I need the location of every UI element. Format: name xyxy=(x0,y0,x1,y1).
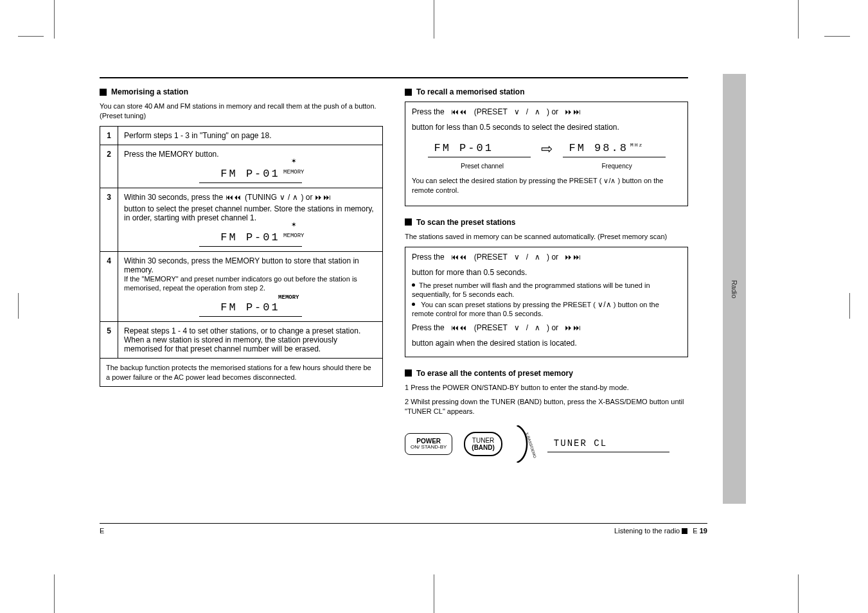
tuner-band-button[interactable]: TUNER (BAND) xyxy=(464,432,502,456)
scan-bullet-2a: You can scan preset stations by pressing… xyxy=(421,301,595,308)
heading-memorising: Memorising a station xyxy=(100,87,383,96)
chevron-up-icon: ∧ xyxy=(606,300,612,309)
tuner-sub: (BAND) xyxy=(472,444,495,451)
crop-mark xyxy=(798,0,799,39)
step-text-c: ) or xyxy=(301,193,312,202)
step-num: 5 xyxy=(100,321,118,358)
caption-preset: Preset channel xyxy=(461,163,504,170)
step-note: If the "MEMORY" and preset number indica… xyxy=(124,275,357,292)
square-bullet xyxy=(405,369,412,377)
recall-note-a: You can select the desired station by pr… xyxy=(412,177,601,184)
chevron-up-icon: ∧ xyxy=(535,107,540,116)
forward-icon: ⏩︎⏭︎ xyxy=(565,107,581,116)
scan-again-d: button again when the desired station is… xyxy=(412,339,577,348)
chevron-down-icon: ∨ xyxy=(603,177,608,184)
content-area: Memorising a station You can store 40 AM… xyxy=(100,77,688,529)
scan-text-d: button for more than 0.5 seconds. xyxy=(412,268,527,277)
heading-text: To erase all the contents of preset memo… xyxy=(416,369,573,378)
crop-mark xyxy=(849,293,850,319)
chevron-up-icon: ∧ xyxy=(535,253,540,262)
backup-note: The backup function protects the memoris… xyxy=(100,358,383,387)
step-text: Repeat steps 1 - 4 to set other stations… xyxy=(118,321,383,358)
intro-mem: You can store 40 AM and FM stations in m… xyxy=(100,102,383,121)
side-tab: Radio xyxy=(723,74,746,504)
chevron-up-icon: ∧ xyxy=(610,177,616,184)
square-bullet xyxy=(100,89,107,96)
lcd-display: ✶MEMORY FM P-01 xyxy=(199,230,302,247)
page-footer: E Listening to the radio E 19 xyxy=(100,523,707,535)
side-tab-label: Radio xyxy=(731,280,738,298)
crop-mark xyxy=(434,574,434,613)
top-rule xyxy=(100,77,688,78)
crop-mark xyxy=(798,574,799,613)
step-num: 4 xyxy=(100,251,118,321)
power-button[interactable]: POWER ON/ STAND-BY xyxy=(405,433,452,455)
lcd-text: FM P-01 xyxy=(220,168,279,180)
list-bullet xyxy=(412,283,415,287)
footer-left: E xyxy=(100,527,104,535)
heading-erase: To erase all the contents of preset memo… xyxy=(405,369,688,378)
square-bullet xyxy=(682,528,687,534)
step-text-a: Within 30 seconds, press the xyxy=(124,193,223,202)
step-num: 1 xyxy=(100,126,118,145)
scan-box: Press the ⏮︎⏪︎ (PRESET ∨/∧ ) or ⏩︎⏭︎ but… xyxy=(405,247,688,357)
forward-icon: ⏩︎⏭︎ xyxy=(565,253,581,262)
scan-again-b: (PRESET xyxy=(474,323,508,332)
chevron-down-icon: ∨ xyxy=(279,193,285,202)
lcd-text: FM 98.8 xyxy=(569,142,628,154)
scan-text-c: ) or xyxy=(547,253,558,262)
crop-mark xyxy=(434,0,434,39)
crop-mark xyxy=(54,0,55,39)
left-column: Memorising a station You can store 40 AM… xyxy=(100,84,383,472)
lcd-captions: Preset channel Frequency xyxy=(412,163,681,170)
scan-intro: The stations saved in memory can be scan… xyxy=(405,232,688,242)
lcd-text: FM P-01 xyxy=(434,142,493,154)
crop-mark xyxy=(18,36,44,37)
scan-text-b: (PRESET xyxy=(474,253,508,262)
lcd-text: TUNER CL xyxy=(554,438,607,449)
recall-text-c: ) or xyxy=(547,107,558,116)
chevron-down-icon: ∨ xyxy=(514,107,520,116)
recall-text-b: (PRESET xyxy=(474,107,508,116)
list-bullet xyxy=(412,303,415,306)
recall-note: You can select the desired station by pr… xyxy=(412,176,681,195)
step-text: Press the MEMORY button. xyxy=(124,150,219,159)
scan-text-a: Press the xyxy=(412,253,445,262)
step-num: 2 xyxy=(100,145,118,188)
chevron-down-icon: ∨ xyxy=(598,300,603,309)
square-bullet xyxy=(405,218,412,226)
forward-icon: ⏩︎⏭︎ xyxy=(315,193,332,202)
lcd-display: MEMORY FM P-01 xyxy=(199,300,302,317)
step-text: Within 30 seconds, press the MEMORY butt… xyxy=(124,256,359,274)
chevron-up-icon: ∧ xyxy=(292,193,298,202)
crop-mark xyxy=(54,574,55,613)
heading-scan: To scan the preset stations xyxy=(405,218,688,227)
caption-freq: Frequency xyxy=(601,163,632,170)
step-text-b: (TUNING xyxy=(245,193,277,202)
crop-mark xyxy=(824,36,850,37)
lcd-text: FM P-01 xyxy=(220,301,279,314)
step-cell: Press the MEMORY button. ✶MEMORY FM P-01 xyxy=(118,145,383,188)
lcd-text: FM P-01 xyxy=(220,231,279,244)
lcd-display: FM 98.8MHz xyxy=(563,141,666,157)
button-figure: POWER ON/ STAND-BY TUNER (BAND) X-BASS/D… xyxy=(405,425,688,463)
scan-again-c: ) or xyxy=(547,323,558,332)
footer-page: 19 xyxy=(700,527,707,535)
heading-text: To recall a memorised station xyxy=(416,87,525,96)
rewind-icon: ⏮︎⏪︎ xyxy=(451,107,468,116)
step-cell: Within 30 seconds, press the ⏮︎⏪︎ (TUNIN… xyxy=(118,188,383,251)
chevron-up-icon: ∧ xyxy=(535,323,540,332)
xbass-demo-button[interactable]: X-BASS/DEMO xyxy=(514,425,536,463)
memory-icon: MEMORY xyxy=(278,291,299,301)
heading-text: Memorising a station xyxy=(111,87,188,96)
power-sub: ON/ STAND-BY xyxy=(411,445,447,450)
unit-label: MHz xyxy=(630,142,643,148)
erase-step1: 1 Press the POWER ON/STAND-BY button to … xyxy=(405,383,688,393)
chevron-down-icon: ∨ xyxy=(514,253,520,262)
arrow-right-icon: ⇨ xyxy=(541,141,553,157)
step-cell: Within 30 seconds, press the MEMORY butt… xyxy=(118,251,383,321)
lcd-display: TUNER CL xyxy=(547,436,669,452)
recall-text-a: Press the xyxy=(412,107,445,116)
right-column: To recall a memorised station Press the … xyxy=(405,84,688,472)
footer-right-a: Listening to the radio xyxy=(614,527,682,535)
